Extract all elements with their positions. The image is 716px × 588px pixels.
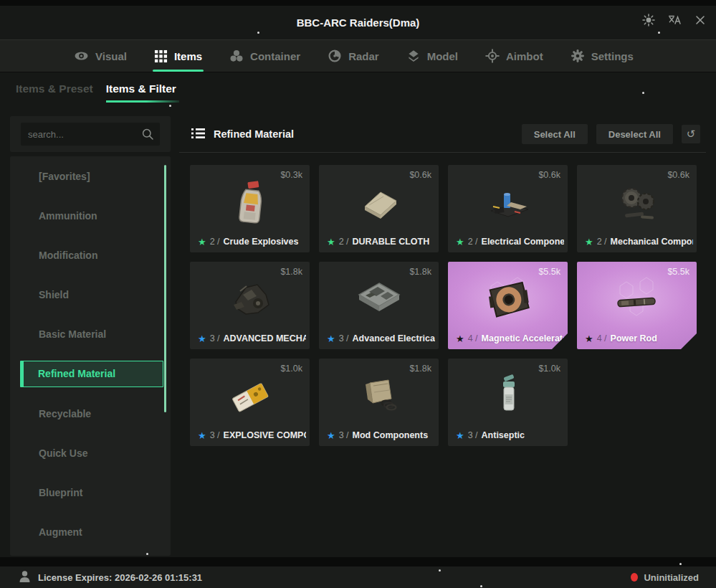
tab-aimbot[interactable]: Aimbot [484, 40, 545, 72]
main-tab-bar: VisualItemsContainerRadarModelAimbotSett… [0, 39, 716, 72]
status-text: Uninitialized [644, 572, 699, 583]
item-name: Magnetic Accelerator [482, 333, 564, 343]
theme-icon[interactable] [640, 11, 657, 29]
list-icon [191, 127, 205, 143]
undo-icon[interactable]: ↺ [682, 125, 700, 143]
item-image [577, 272, 697, 329]
aimbot-icon [485, 49, 500, 63]
tab-items-and-filter[interactable]: Items & Filter [106, 82, 176, 95]
star-icon: ★ [198, 334, 206, 343]
category-scrollbar[interactable] [164, 165, 166, 412]
tab-settings[interactable]: Settings [569, 40, 635, 72]
item-name: Crude Explosives [224, 237, 299, 247]
item-name: Antiseptic [482, 430, 525, 440]
item-image [448, 369, 568, 426]
item-name: Power Rod [611, 333, 657, 343]
window-title: BBC-ARC Raiders(Dma) [0, 6, 716, 39]
star-icon: ★ [585, 334, 593, 343]
item-card[interactable]: $0.6k ★ 2 / DURABLE CLOTH [319, 165, 439, 252]
item-image [190, 369, 310, 426]
item-image [319, 175, 439, 232]
sidebar-item-ammunition[interactable]: Ammunition [10, 196, 171, 235]
tab-label: Radar [348, 50, 379, 62]
artifact-dot [658, 32, 660, 34]
container-icon [229, 49, 244, 63]
sub-tab-bar: Items & Preset Items & Filter [16, 72, 176, 106]
tab-model[interactable]: Model [405, 40, 459, 72]
artifact-dot [146, 553, 148, 555]
item-card[interactable]: $1.8k ★ 3 / Advanced Electrical Componen… [319, 262, 439, 349]
artifact-dot [480, 585, 482, 587]
sidebar-item-recyclable[interactable]: Recyclable [10, 394, 171, 433]
item-card[interactable]: $5.5k ★ 4 / Power Rod [577, 262, 697, 349]
star-icon: ★ [456, 431, 464, 440]
close-icon[interactable] [692, 11, 709, 29]
tab-label: Container [250, 50, 300, 62]
item-name: DURABLE CLOTH [353, 237, 430, 247]
item-card[interactable]: $0.6k ★ 2 / Electrical Components [448, 165, 568, 252]
item-card[interactable]: $0.3k ★ 2 / Crude Explosives [190, 165, 310, 252]
star-icon: ★ [327, 237, 335, 247]
category-list: [Favorites]AmmunitionModificationShieldB… [10, 156, 171, 556]
item-card[interactable]: $1.0k ★ 3 / Antiseptic [448, 359, 568, 446]
item-name: Mod Components [353, 430, 429, 440]
star-icon: ★ [327, 431, 335, 440]
item-image [190, 272, 310, 329]
item-count: 3 / [210, 333, 220, 343]
item-card[interactable]: $1.8k ★ 3 / Mod Components [319, 359, 439, 446]
star-icon: ★ [198, 237, 206, 247]
artifact-dot [642, 92, 644, 94]
select-all-button[interactable]: Select All [522, 124, 588, 144]
item-count: 4 / [468, 333, 478, 343]
model-icon [406, 49, 421, 63]
item-image [190, 175, 310, 232]
grid-icon [154, 49, 168, 63]
star-icon: ★ [327, 334, 335, 343]
sidebar-item-refined-material[interactable]: Refined Material [20, 361, 163, 387]
status-bar: License Expires: 2026-02-26 01:15:31 Uni… [0, 566, 716, 588]
sidebar-item-modification[interactable]: Modification [10, 235, 171, 275]
search-icon[interactable] [135, 128, 160, 141]
status-dot [631, 573, 638, 582]
tab-container[interactable]: Container [228, 40, 302, 72]
user-icon [19, 570, 31, 585]
deselect-all-button[interactable]: Deselect All [596, 124, 673, 144]
gear-icon [571, 49, 585, 63]
item-card[interactable]: $0.6k ★ 2 / Mechanical Components [577, 165, 697, 252]
tab-items-and-preset[interactable]: Items & Preset [16, 82, 93, 95]
window-bottom-edge [0, 557, 716, 566]
tab-label: Model [427, 50, 458, 62]
sidebar-item-basic-material[interactable]: Basic Material [10, 315, 171, 354]
sidebar-item-favorites[interactable]: [Favorites] [10, 156, 171, 196]
item-count: 4 / [597, 333, 607, 343]
panel-title: Refined Material [214, 116, 294, 152]
item-name: ADVANCED MECHANICAL COMPONENTS [224, 333, 306, 343]
tab-label: Items [174, 50, 202, 62]
search-input[interactable] [21, 129, 135, 140]
item-count: 2 / [339, 237, 349, 247]
eye-icon [74, 49, 89, 63]
item-count: 3 / [339, 333, 349, 343]
item-card[interactable]: $1.8k ★ 3 / ADVANCED MECHANICAL COMPONEN… [190, 262, 310, 349]
star-icon: ★ [456, 334, 464, 343]
sidebar-item-blueprint[interactable]: Blueprint [10, 473, 171, 512]
tab-label: Settings [591, 50, 634, 62]
sidebar-item-quick-use[interactable]: Quick Use [10, 433, 171, 473]
sidebar-item-augment[interactable]: Augment [10, 513, 171, 552]
tab-visual[interactable]: Visual [72, 40, 128, 72]
star-icon: ★ [585, 237, 593, 247]
item-image [448, 272, 568, 329]
search-panel [10, 116, 171, 152]
tab-items[interactable]: Items [153, 40, 204, 72]
language-icon[interactable] [666, 11, 683, 29]
item-card[interactable]: $1.0k ★ 3 / EXPLOSIVE COMPOUND [190, 359, 310, 446]
license-text: License Expires: 2026-02-26 01:15:31 [38, 572, 202, 583]
item-name: Advanced Electrical Components [353, 333, 435, 343]
tab-radar[interactable]: Radar [326, 40, 381, 72]
item-count: 3 / [339, 430, 349, 440]
item-image [448, 175, 568, 232]
tab-label: Visual [95, 50, 127, 62]
sidebar-item-shield[interactable]: Shield [10, 275, 171, 315]
item-card[interactable]: $5.5k ★ 4 / Magnetic Accelerator [448, 262, 568, 349]
tab-label: Aimbot [506, 50, 543, 62]
